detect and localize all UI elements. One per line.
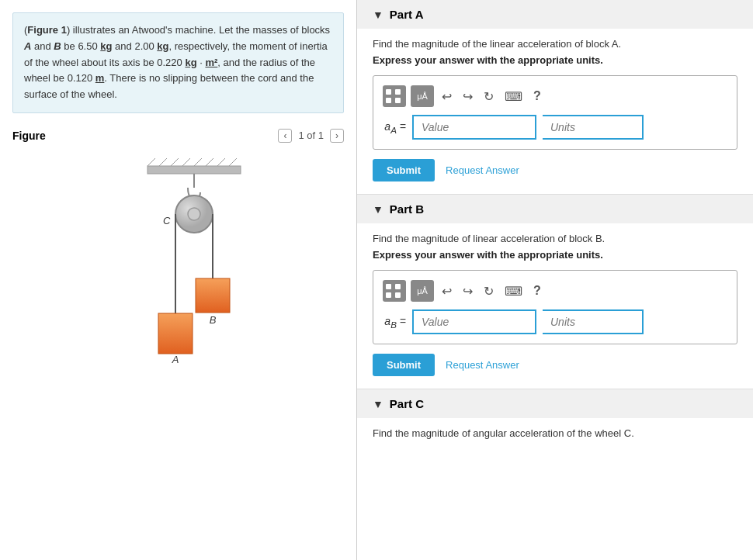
part-b-actions: Submit Request Answer xyxy=(373,354,737,376)
svg-text:C: C xyxy=(163,215,171,226)
part-a-answer-row: aA = xyxy=(383,115,727,140)
part-b-answer-row: aB = xyxy=(383,309,727,334)
part-b-header: ▼ Part B xyxy=(357,195,753,223)
part-a-redo-button[interactable]: ↪ xyxy=(460,88,476,105)
part-c-title: Part C xyxy=(390,397,424,410)
part-b-collapse-arrow[interactable]: ▼ xyxy=(373,203,383,216)
left-panel: (Figure 1) illustrates an Atwood's machi… xyxy=(0,0,357,560)
svg-line-7 xyxy=(217,158,225,166)
part-b-help-icon: ? xyxy=(530,282,544,299)
part-a-header: ▼ Part A xyxy=(357,0,753,29)
part-b-mu-button[interactable]: μÅ xyxy=(411,280,434,302)
part-a-collapse-arrow[interactable]: ▼ xyxy=(373,9,383,21)
part-b-toolbar: μÅ ↩ ↪ ↻ ⌨ ? xyxy=(383,280,727,302)
part-b-submit-button[interactable]: Submit xyxy=(373,354,435,376)
right-panel: ▼ Part A Find the magnitude of the linea… xyxy=(357,0,753,560)
part-a-refresh-button[interactable]: ↻ xyxy=(481,88,497,105)
svg-rect-0 xyxy=(147,166,241,174)
svg-rect-16 xyxy=(196,278,230,313)
part-a-grid-button[interactable] xyxy=(383,85,406,107)
part-a-section: ▼ Part A Find the magnitude of the linea… xyxy=(357,0,753,195)
svg-line-1 xyxy=(147,158,155,166)
problem-text: (Figure 1) illustrates an Atwood's machi… xyxy=(12,12,344,113)
part-a-toolbar: μÅ ↩ ↪ ↻ ⌨ ? xyxy=(383,85,727,107)
figure-prev-button[interactable]: ‹ xyxy=(278,129,292,143)
svg-line-2 xyxy=(159,158,167,166)
figure-nav-controls: ‹ 1 of 1 › xyxy=(278,129,344,143)
part-b-title: Part B xyxy=(390,202,424,216)
part-a-help-icon: ? xyxy=(530,88,544,105)
part-a-description: Find the magnitude of the linear acceler… xyxy=(373,38,737,50)
part-b-redo-button[interactable]: ↪ xyxy=(460,282,476,300)
part-a-units-input[interactable] xyxy=(543,115,644,140)
svg-point-11 xyxy=(188,208,200,220)
part-b-grid-button[interactable] xyxy=(383,280,406,302)
figure-title: Figure xyxy=(12,130,46,142)
svg-line-4 xyxy=(182,158,190,166)
part-c-section: ▼ Part C Find the magnitude of angular a… xyxy=(357,389,753,451)
part-c-header: ▼ Part C xyxy=(357,389,753,418)
part-b-instruction: Express your answer with the appropriate… xyxy=(373,249,737,261)
svg-text:A: A xyxy=(171,354,179,365)
part-b-request-answer-link[interactable]: Request Answer xyxy=(446,359,519,371)
part-b-var-label: aB = xyxy=(383,315,406,330)
part-a-instruction: Express your answer with the appropriate… xyxy=(373,54,737,66)
part-a-title: Part A xyxy=(390,8,424,21)
figure-section: Figure ‹ 1 of 1 › xyxy=(12,129,344,406)
part-b-undo-button[interactable]: ↩ xyxy=(439,282,455,300)
svg-line-6 xyxy=(206,158,213,166)
part-a-actions: Submit Request Answer xyxy=(373,159,737,181)
atwood-machine-diagram: A B C xyxy=(93,158,264,399)
figure-nav-label: 1 of 1 xyxy=(298,130,324,141)
svg-text:B: B xyxy=(209,314,216,326)
part-a-undo-button[interactable]: ↩ xyxy=(439,88,455,105)
figure-next-button[interactable]: › xyxy=(330,129,344,143)
part-c-collapse-arrow[interactable]: ▼ xyxy=(373,398,383,410)
part-b-description: Find the magnitude of linear acceleratio… xyxy=(373,233,737,244)
part-c-description: Find the magnitude of angular accelerati… xyxy=(373,427,737,439)
part-a-value-input[interactable] xyxy=(412,115,536,140)
part-a-request-answer-link[interactable]: Request Answer xyxy=(446,164,519,176)
part-a-mu-button[interactable]: μÅ xyxy=(411,85,434,107)
svg-line-5 xyxy=(194,158,202,166)
svg-line-3 xyxy=(171,158,179,166)
part-a-keyboard-button[interactable]: ⌨ xyxy=(501,88,526,105)
part-b-value-input[interactable] xyxy=(412,309,536,334)
part-a-var-label: aA = xyxy=(383,120,406,135)
part-b-section: ▼ Part B Find the magnitude of linear ac… xyxy=(357,195,753,389)
part-b-keyboard-button[interactable]: ⌨ xyxy=(501,282,526,300)
svg-rect-14 xyxy=(158,313,193,354)
part-a-input-box: μÅ ↩ ↪ ↻ ⌨ ? aA = xyxy=(373,75,737,150)
figure-header: Figure ‹ 1 of 1 › xyxy=(12,129,344,143)
part-b-input-box: μÅ ↩ ↪ ↻ ⌨ ? aB = xyxy=(373,270,737,344)
problem-text-content: (Figure 1) illustrates an Atwood's machi… xyxy=(24,24,330,100)
figure-canvas: A B C xyxy=(12,150,344,406)
part-a-submit-button[interactable]: Submit xyxy=(373,159,435,181)
part-b-refresh-button[interactable]: ↻ xyxy=(481,282,497,300)
part-b-units-input[interactable] xyxy=(543,309,644,334)
svg-line-8 xyxy=(229,158,237,166)
